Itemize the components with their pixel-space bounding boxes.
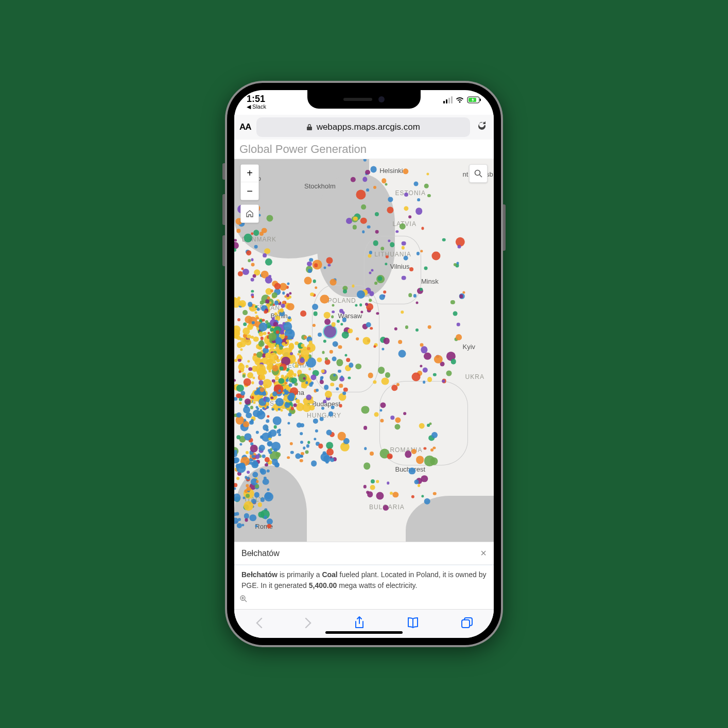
plant-marker[interactable]: [367, 225, 371, 229]
plant-marker[interactable]: [276, 344, 279, 348]
plant-marker[interactable]: [246, 451, 249, 454]
plant-marker[interactable]: [256, 407, 259, 410]
plant-marker[interactable]: [255, 311, 257, 314]
plant-marker[interactable]: [353, 225, 357, 229]
plant-marker[interactable]: [269, 333, 277, 341]
plant-marker[interactable]: [288, 422, 290, 424]
plant-marker[interactable]: [314, 263, 318, 267]
plant-marker[interactable]: [330, 279, 337, 286]
plant-marker[interactable]: [450, 359, 456, 365]
plant-marker[interactable]: [234, 483, 237, 487]
plant-marker[interactable]: [293, 404, 297, 407]
plant-marker[interactable]: [413, 294, 417, 297]
plant-marker[interactable]: [373, 380, 376, 384]
plant-marker[interactable]: [330, 458, 334, 462]
plant-marker[interactable]: [315, 389, 318, 392]
plant-marker[interactable]: [326, 448, 334, 456]
plant-marker[interactable]: [238, 302, 242, 306]
plant-marker[interactable]: [300, 455, 303, 458]
plant-marker[interactable]: [422, 368, 428, 373]
plant-marker[interactable]: [256, 352, 263, 358]
plant-marker[interactable]: [369, 271, 372, 274]
plant-marker[interactable]: [250, 445, 258, 453]
plant-marker[interactable]: [369, 251, 372, 254]
plant-marker[interactable]: [236, 512, 239, 515]
plant-marker[interactable]: [370, 452, 374, 456]
plant-marker[interactable]: [313, 419, 318, 424]
plant-marker[interactable]: [364, 447, 367, 450]
home-indicator[interactable]: [325, 631, 403, 634]
plant-marker[interactable]: [267, 415, 269, 418]
plant-marker[interactable]: [263, 332, 267, 335]
plant-marker[interactable]: [456, 262, 459, 265]
plant-marker[interactable]: [405, 450, 411, 457]
plant-marker[interactable]: [320, 380, 324, 384]
plant-marker[interactable]: [376, 480, 379, 483]
plant-marker[interactable]: [273, 425, 277, 429]
plant-marker[interactable]: [267, 296, 270, 300]
plant-marker[interactable]: [391, 385, 397, 391]
plant-marker[interactable]: [383, 291, 386, 294]
plant-marker[interactable]: [248, 259, 250, 262]
plant-marker[interactable]: [424, 267, 428, 270]
bookmarks-button[interactable]: [406, 617, 420, 631]
plant-marker[interactable]: [420, 250, 423, 252]
plant-marker[interactable]: [457, 323, 460, 326]
plant-marker[interactable]: [253, 230, 259, 236]
plant-marker[interactable]: [423, 381, 426, 384]
plant-marker[interactable]: [315, 286, 318, 289]
plant-marker[interactable]: [421, 475, 427, 482]
plant-marker[interactable]: [290, 442, 293, 445]
plant-marker[interactable]: [242, 269, 249, 275]
plant-marker[interactable]: [337, 320, 340, 323]
plant-marker[interactable]: [300, 441, 303, 444]
plant-marker[interactable]: [275, 398, 284, 406]
plant-marker[interactable]: [391, 415, 394, 419]
plant-marker[interactable]: [267, 524, 271, 528]
plant-marker[interactable]: [303, 377, 305, 380]
plant-marker[interactable]: [319, 417, 324, 421]
plant-marker[interactable]: [388, 239, 390, 242]
zoom-out-button[interactable]: −: [241, 182, 258, 200]
plant-marker[interactable]: [267, 365, 272, 371]
nav-back-button[interactable]: [255, 617, 263, 631]
plant-marker[interactable]: [311, 374, 317, 380]
plant-marker[interactable]: [239, 398, 242, 401]
plant-marker[interactable]: [369, 299, 372, 302]
plant-marker[interactable]: [356, 189, 366, 199]
plant-marker[interactable]: [360, 217, 367, 224]
plant-marker[interactable]: [409, 267, 413, 271]
plant-marker[interactable]: [433, 446, 436, 449]
plant-marker[interactable]: [260, 359, 263, 362]
plant-marker[interactable]: [360, 310, 363, 313]
plant-marker[interactable]: [251, 396, 254, 399]
plant-marker[interactable]: [333, 374, 336, 377]
plant-marker[interactable]: [302, 403, 311, 412]
plant-marker[interactable]: [296, 400, 300, 403]
plant-marker[interactable]: [252, 274, 256, 278]
plant-marker[interactable]: [255, 525, 257, 527]
plant-marker[interactable]: [234, 335, 238, 339]
plant-marker[interactable]: [405, 325, 408, 328]
plant-marker[interactable]: [403, 256, 408, 261]
plant-marker[interactable]: [343, 289, 347, 293]
plant-marker[interactable]: [239, 371, 241, 373]
plant-marker[interactable]: [301, 384, 305, 388]
plant-marker[interactable]: [307, 441, 310, 444]
plant-marker[interactable]: [288, 393, 295, 400]
plant-marker[interactable]: [289, 344, 294, 350]
plant-marker[interactable]: [300, 310, 306, 317]
plant-marker[interactable]: [280, 308, 284, 313]
plant-marker[interactable]: [254, 245, 258, 249]
plant-marker[interactable]: [253, 402, 256, 404]
reader-aa-button[interactable]: AA: [239, 122, 251, 132]
plant-marker[interactable]: [268, 431, 271, 435]
plant-marker[interactable]: [362, 230, 365, 233]
plant-marker[interactable]: [249, 514, 256, 522]
plant-marker[interactable]: [241, 267, 244, 270]
plant-marker[interactable]: [256, 364, 266, 374]
plant-marker[interactable]: [387, 481, 390, 484]
plant-marker[interactable]: [342, 311, 345, 314]
plant-marker[interactable]: [422, 227, 424, 230]
plant-marker[interactable]: [384, 338, 390, 344]
